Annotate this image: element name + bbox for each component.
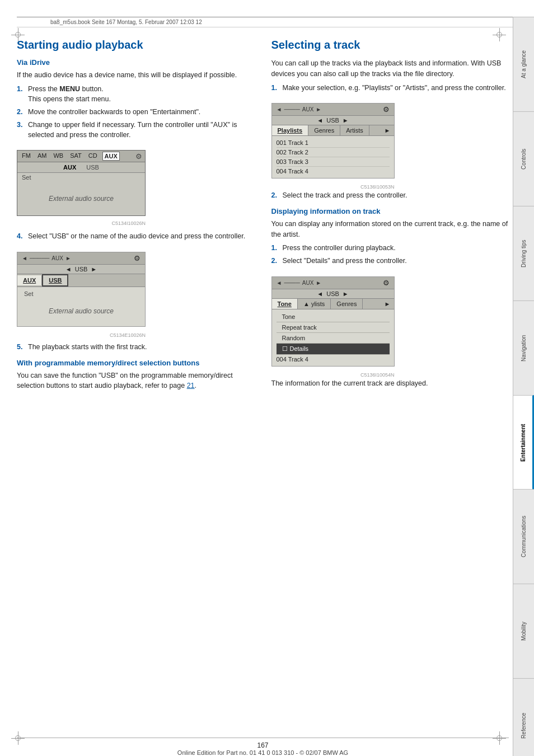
tab-genres[interactable]: Genres (308, 125, 340, 135)
right-screen-1-sub-bar: ◄ USB ► (272, 116, 394, 125)
tab-playlists[interactable]: Playlists (272, 125, 309, 135)
sub-usb-label-2: USB (75, 266, 88, 273)
menu-tone[interactable]: Tone (277, 312, 390, 322)
sidebar-item-label: Controls (521, 148, 527, 169)
screen-body-text-1: External audio source (17, 182, 145, 215)
sidebar-item-mobility[interactable]: Mobility (513, 584, 534, 678)
right-step-1: 1. Make your selection, e.g. "Playlists"… (271, 83, 509, 93)
screen-top-bar-2: ◄ ───── AUX ► ⚙ (17, 252, 145, 265)
right-step-2: 2. Select the track and press the contro… (271, 190, 509, 200)
programmable-text-after: . (195, 382, 196, 389)
footer-text: Online Edition for Part no. 01 41 0 013 … (177, 749, 348, 756)
via-idrive-subtitle: Via iDrive (17, 58, 255, 67)
screen-sub-bar-1: AUX USB (17, 162, 145, 173)
sidebar-item-label: Driving tips (521, 240, 527, 267)
r-sub-arrow-right-2: ► (343, 290, 349, 297)
r-arrow-left-2: ◄ (277, 280, 282, 286)
tab-genres-2[interactable]: Genres (331, 299, 363, 309)
arrow-left-sub-2: ◄ (65, 266, 72, 273)
step-4-text: Select "USB" or the name of the audio de… (28, 231, 255, 241)
sidebar-item-label: Communications (521, 516, 527, 557)
corner-crosshair-tl (11, 28, 25, 41)
right-step-1-num: 1. (271, 83, 279, 93)
r-dash-1: ──── (284, 106, 299, 112)
external-audio-2: External audio source (22, 298, 140, 324)
screen-1-caption: C5134I10026N (17, 220, 146, 226)
sidebar-item-communications[interactable]: Communications (513, 489, 534, 584)
dash-bar-2: ───── (30, 255, 49, 261)
right-screen-2-tabs: Tone ▲ ylists Genres ► (272, 299, 394, 309)
sidebar-item-label: Entertainment (520, 424, 526, 461)
programmable-text-before: You can save the function "USB" on the p… (17, 372, 233, 390)
screen-2-caption: C5134E10026N (17, 332, 146, 338)
step-5-num: 5. (17, 342, 25, 352)
tab-playlists-2[interactable]: ▲ ylists (298, 299, 331, 309)
settings-icon-1: ⚙ (135, 152, 142, 161)
right-screen-1-tabs: Playlists Genres Artists ► (272, 125, 394, 136)
sidebar-item-entertainment[interactable]: Entertainment (513, 395, 534, 490)
sidebar-item-driving-tips[interactable]: Driving tips (513, 206, 534, 300)
right-screen-1-top-bar: ◄ ──── AUX ► ⚙ (272, 104, 394, 116)
programmable-link[interactable]: 21 (187, 382, 195, 389)
right-screen-2-body: Tone Repeat track Random ☐ Details 004 T… (272, 309, 394, 366)
r-sub-arrow-left-2: ◄ (317, 290, 323, 297)
displaying-step-2: 2. Select "Details" and press the contro… (271, 256, 509, 266)
right-nav-arrows-2: ◄ ──── AUX ► (277, 280, 322, 286)
right-step-2-list: 2. Select the track and press the contro… (271, 190, 509, 200)
right-step-2-num: 2. (271, 190, 279, 200)
tab-artists[interactable]: Artists (340, 125, 369, 135)
right-screen-2-wrapper: ◄ ──── AUX ► ⚙ ◄ USB ► (271, 271, 395, 378)
sidebar-item-reference[interactable]: Reference (513, 678, 534, 756)
menu-details[interactable]: ☐ Details (277, 344, 390, 355)
right-screen-2-caption: C5136I10054N (271, 372, 395, 378)
details-label: Details (290, 345, 309, 352)
r-sub-arrow-right-1: ► (343, 117, 349, 124)
left-section-title: Starting audio playback (17, 39, 255, 51)
nav-items-1: FM AM WB SAT CD AUX (20, 152, 120, 161)
screen-2-wrapper: ◄ ───── AUX ► ⚙ ◄ USB ► (17, 246, 146, 338)
right-screen-1: ◄ ──── AUX ► ⚙ ◄ USB ► (271, 103, 395, 179)
nav-arrows-2: ◄ ───── AUX ► (22, 255, 71, 261)
tab-arrow-right-2: ► (381, 299, 394, 309)
page-wrapper: At a glance Controls Driving tips Naviga… (0, 17, 534, 756)
nav-sat: SAT (68, 152, 83, 161)
track-row-2: 002 Track 2 (277, 148, 390, 157)
left-column: Starting audio playback Via iDrive If th… (17, 39, 255, 395)
nav-fm: FM (20, 152, 32, 161)
right-screen-1-wrapper: ◄ ──── AUX ► ⚙ ◄ USB ► (271, 97, 395, 190)
r-arrow-left-1: ◄ (277, 106, 282, 112)
programmable-subtitle: With programmable memory/direct selectio… (17, 359, 255, 367)
step-2: 2. Move the controller backwards to open… (17, 107, 255, 117)
step-4: 4. Select "USB" or the name of the audio… (17, 231, 255, 241)
screen-nav-bar-1: FM AM WB SAT CD AUX ⚙ (17, 151, 145, 162)
sidebar-item-at-a-glance[interactable]: At a glance (513, 17, 534, 111)
sidebar-item-controls[interactable]: Controls (513, 111, 534, 206)
right-intro: You can call up the tracks via the playb… (271, 58, 509, 79)
checkbox-icon: ☐ (282, 345, 288, 353)
right-screen-2-top-bar: ◄ ──── AUX ► ⚙ (272, 277, 394, 289)
sidebar-item-navigation[interactable]: Navigation (513, 300, 534, 395)
displaying-conclusion: The information for the current track ar… (271, 378, 509, 389)
step-5: 5. The playback starts with the first tr… (17, 342, 255, 352)
screen-body-2: Set External audio source (17, 287, 145, 326)
sidebar-item-label: At a glance (521, 50, 527, 78)
r-settings-icon-1: ⚙ (383, 105, 390, 114)
screen-aux-usb-1: FM AM WB SAT CD AUX ⚙ AUX USB (17, 150, 146, 216)
r-arrow-right-1: ► (316, 106, 321, 112)
screen-1-wrapper: FM AM WB SAT CD AUX ⚙ AUX USB (17, 144, 146, 227)
nav-am: AM (36, 152, 49, 161)
displaying-steps-list: 1. Press the controller during playback.… (271, 243, 509, 266)
sub-aux: AUX (63, 164, 76, 171)
via-idrive-intro: If the audio device has a device name, t… (17, 70, 255, 81)
right-step-1-text: Make your selection, e.g. "Playlists" or… (283, 83, 509, 93)
tab-tone[interactable]: Tone (272, 299, 298, 309)
track-row-3: 003 Track 3 (277, 157, 390, 167)
nav-wb: WB (51, 152, 65, 161)
menu-random[interactable]: Random (277, 333, 390, 344)
r-dash-2: ──── (284, 280, 299, 286)
menu-repeat-track[interactable]: Repeat track (277, 322, 390, 333)
tab-aux-2: AUX (17, 275, 42, 285)
two-column-layout: Starting audio playback Via iDrive If th… (17, 39, 509, 395)
arrow-right-2: ► (65, 255, 71, 261)
r-aux-label-1: AUX (302, 106, 314, 112)
